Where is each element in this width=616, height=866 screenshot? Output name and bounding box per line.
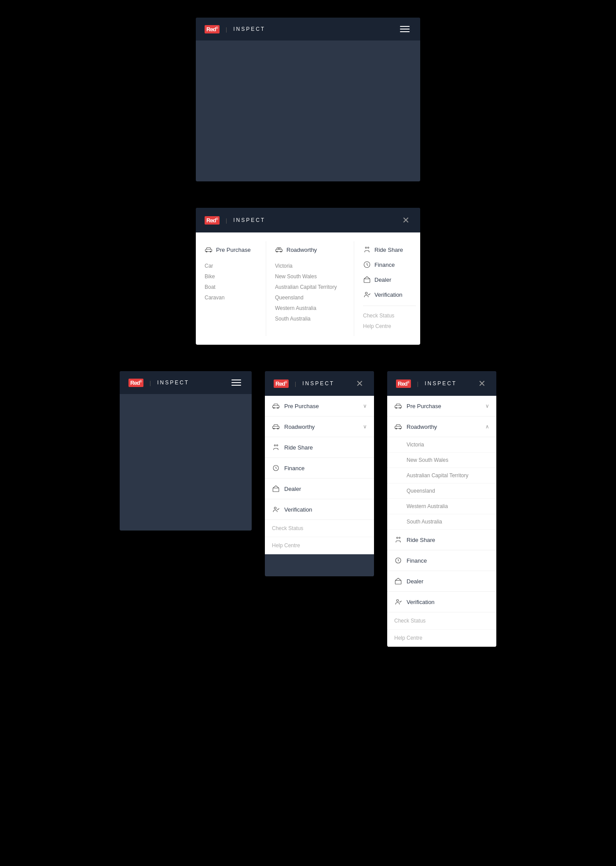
svg-point-17 <box>274 445 275 446</box>
mobile-item-prepurchase[interactable]: Pre Purchase ∨ <box>265 396 374 416</box>
mobile-item-dealer-5[interactable]: Dealer <box>387 571 496 592</box>
mobile-link-help-centre-5[interactable]: Help Centre <box>387 630 496 647</box>
logo-pipe-5: | <box>417 380 418 387</box>
rideshare-icon-4 <box>272 443 280 451</box>
menu-col-prepurchase: Pre Purchase Car Bike Boat Caravan <box>196 241 266 336</box>
widget-1-body <box>196 41 420 181</box>
mobile-menu-expanded: Pre Purchase ∨ Roadworthy ∧ <box>387 396 496 647</box>
mobile-label-prepurchase: Pre Purchase <box>284 403 319 409</box>
mobile-item-dealer-left: Dealer <box>272 485 301 493</box>
verify-icon-4 <box>272 505 280 513</box>
mobile-label-finance: Finance <box>284 465 304 472</box>
chevron-prepurchase-5: ∨ <box>485 403 489 409</box>
mobile-item-roadworthy-5[interactable]: Roadworthy ∧ <box>387 416 496 437</box>
mobile-link-check-status[interactable]: Check Status <box>265 520 374 537</box>
close-button-4[interactable]: ✕ <box>354 377 365 390</box>
menu-item-caravan[interactable]: Caravan <box>205 292 257 303</box>
menu-item-wa[interactable]: Western Australia <box>275 303 345 313</box>
menu-col-services: Ride Share Finance Deale <box>354 241 420 336</box>
bottom-row: Red® | INSPECT Red® | INSPECT ✕ <box>120 371 496 647</box>
close-icon-5: ✕ <box>478 379 486 388</box>
roadworthy-icon <box>275 246 283 254</box>
mobile-menu-footer-4 <box>265 554 374 576</box>
mobile-item-finance-5[interactable]: Finance <box>387 550 496 571</box>
menu-divider <box>363 306 416 306</box>
logo-4: Red® | INSPECT <box>274 380 334 388</box>
logo-red-2: Red® <box>205 216 220 225</box>
category-roadworthy: Roadworthy <box>275 246 345 254</box>
mobile-item-verification-5[interactable]: Verification <box>387 592 496 612</box>
menu-item-sa[interactable]: South Australia <box>275 313 345 324</box>
mobile-link-help-centre[interactable]: Help Centre <box>265 537 374 554</box>
logo-pipe-4: | <box>295 380 296 387</box>
mobile-sub-sa[interactable]: South Australia <box>387 514 496 530</box>
mobile-item-finance[interactable]: Finance <box>265 458 374 479</box>
finance-icon-4 <box>272 464 280 472</box>
mobile-item-finance-left-5: Finance <box>394 556 427 564</box>
mobile-link-check-status-5[interactable]: Check Status <box>387 612 496 630</box>
desktop-menu: Pre Purchase Car Bike Boat Caravan <box>196 232 420 345</box>
menu-link-check-status[interactable]: Check Status <box>363 310 416 321</box>
menu-item-victoria[interactable]: Victoria <box>275 261 345 271</box>
close-button-5[interactable]: ✕ <box>477 377 488 390</box>
logo-red-4: Red® <box>274 380 289 388</box>
mobile-item-prepurchase-left: Pre Purchase <box>272 402 319 410</box>
menu-item-qld[interactable]: Queensland <box>275 292 345 303</box>
prepurchase-label: Pre Purchase <box>216 247 251 253</box>
mobile-sub-qld[interactable]: Queensland <box>387 483 496 499</box>
logo-5: Red® | INSPECT <box>396 380 457 388</box>
rideshare-icon-5 <box>394 536 402 544</box>
menu-link-help-centre[interactable]: Help Centre <box>363 321 416 332</box>
widget-open-desktop: Red® | INSPECT ✕ Pre Purchase C <box>196 208 420 345</box>
logo-red-5: Red® <box>396 380 411 388</box>
menu-item-bike[interactable]: Bike <box>205 271 257 282</box>
mobile-item-verification-left: Verification <box>272 505 312 513</box>
svg-point-21 <box>274 507 276 509</box>
mobile-item-roadworthy[interactable]: Roadworthy ∨ <box>265 416 374 437</box>
logo-1: Red® | INSPECT <box>205 25 265 33</box>
mobile-label-dealer: Dealer <box>284 486 301 492</box>
menu-item-act[interactable]: Australian Capital Territory <box>275 282 345 292</box>
svg-rect-20 <box>273 488 279 492</box>
logo-red-3: Red® <box>128 379 143 387</box>
header-2: Red® | INSPECT ✕ <box>196 208 420 232</box>
mobile-sub-victoria[interactable]: Victoria <box>387 437 496 453</box>
mobile-item-rideshare[interactable]: Ride Share <box>265 437 374 458</box>
logo-inspect-3: INSPECT <box>157 380 189 386</box>
mobile-sub-nsw[interactable]: New South Wales <box>387 453 496 468</box>
hamburger-button-3[interactable] <box>230 378 243 387</box>
menu-item-car[interactable]: Car <box>205 261 257 271</box>
finance-icon <box>363 261 371 269</box>
hamburger-icon-3 <box>231 380 241 386</box>
header-4: Red® | INSPECT ✕ <box>265 371 374 396</box>
category-finance: Finance <box>363 261 416 269</box>
mobile-label-rideshare-5: Ride Share <box>407 537 435 543</box>
hamburger-button-1[interactable] <box>398 24 411 34</box>
mobile-item-prepurchase-left-5: Pre Purchase <box>394 402 441 410</box>
menu-item-boat[interactable]: Boat <box>205 282 257 292</box>
mobile-item-dealer-left-5: Dealer <box>394 577 423 585</box>
mobile-sub-wa[interactable]: Western Australia <box>387 499 496 514</box>
logo-pipe-3: | <box>150 380 151 386</box>
logo-inspect-1: INSPECT <box>233 26 265 32</box>
mobile-item-rideshare-5[interactable]: Ride Share <box>387 530 496 550</box>
svg-point-6 <box>365 247 367 248</box>
menu-item-nsw[interactable]: New South Wales <box>275 271 345 282</box>
category-verification: Verification <box>363 291 416 298</box>
mobile-item-verification[interactable]: Verification <box>265 499 374 520</box>
widget-closed-desktop: Red® | INSPECT <box>196 18 420 181</box>
mobile-sub-act[interactable]: Australian Capital Territory <box>387 468 496 483</box>
mobile-item-dealer[interactable]: Dealer <box>265 479 374 499</box>
logo-red-1: Red® <box>205 25 220 33</box>
menu-col-roadworthy: Roadworthy Victoria New South Wales Aust… <box>266 241 354 336</box>
mobile-label-verification: Verification <box>284 506 312 513</box>
mobile-item-prepurchase-5[interactable]: Pre Purchase ∨ <box>387 396 496 416</box>
roadworthy-label: Roadworthy <box>286 247 317 253</box>
logo-inspect-5: INSPECT <box>425 380 457 387</box>
mobile-item-rideshare-left-5: Ride Share <box>394 536 435 544</box>
widget-mobile-closed: Red® | INSPECT <box>120 371 252 531</box>
mobile-menu-collapsed: Pre Purchase ∨ Roadworthy ∨ <box>265 396 374 554</box>
close-button-2[interactable]: ✕ <box>400 214 411 226</box>
chevron-roadworthy-5: ∧ <box>485 424 489 430</box>
chevron-prepurchase-4: ∨ <box>363 403 367 409</box>
